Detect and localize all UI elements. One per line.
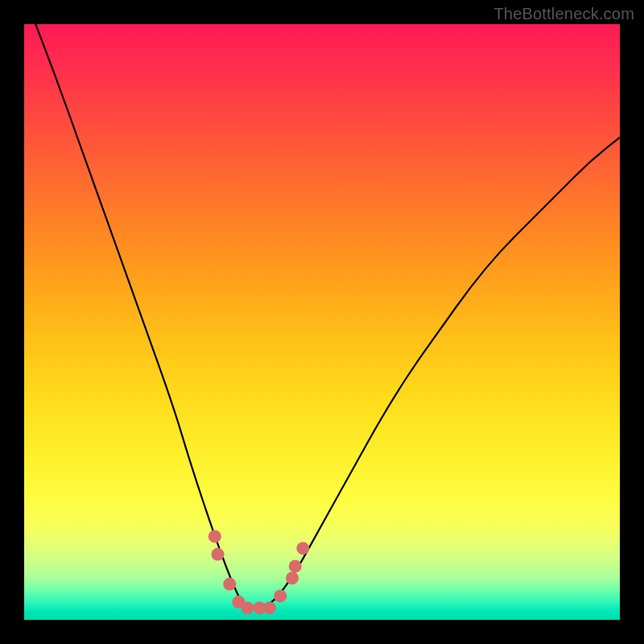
data-marker — [296, 542, 309, 555]
data-marker — [286, 572, 299, 584]
marker-group — [208, 530, 310, 614]
data-marker — [289, 559, 302, 572]
data-marker — [242, 601, 254, 614]
data-marker — [223, 578, 236, 591]
data-marker — [212, 548, 225, 561]
data-marker — [263, 601, 276, 614]
data-marker — [274, 589, 287, 602]
plot-area — [24, 24, 620, 620]
bottleneck-curve — [24, 24, 620, 608]
curve-layer — [24, 24, 620, 620]
data-marker — [208, 530, 221, 543]
chart-frame: TheBottleneck.com — [0, 0, 644, 644]
watermark-text: TheBottleneck.com — [493, 5, 634, 23]
